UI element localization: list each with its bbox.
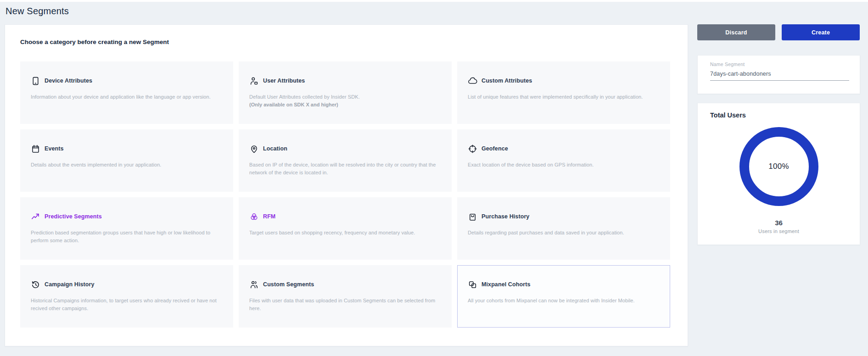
trend-arrow-icon	[31, 212, 40, 222]
users-icon	[249, 280, 259, 289]
page-title: New Segments	[6, 6, 69, 17]
total-users-card: Total Users 100% 36 Users in segment	[697, 103, 860, 245]
location-pin-icon	[249, 144, 259, 154]
category-card-description: Details about the events implemented in …	[31, 161, 222, 169]
category-panel: Choose a category before creating a new …	[5, 24, 688, 346]
category-card-title: Events	[45, 145, 64, 152]
category-card-title: Purchase History	[482, 213, 529, 220]
device-icon	[31, 76, 40, 86]
create-button[interactable]: Create	[782, 24, 860, 40]
top-strip	[0, 0, 868, 2]
category-card-title: Device Attributes	[45, 78, 92, 84]
total-users-title: Total Users	[710, 111, 746, 119]
geofence-target-icon	[468, 144, 477, 154]
category-card-description: Exact location of the device based on GP…	[468, 161, 659, 169]
category-card-rfm[interactable]: RFM Target users based on shopping recen…	[239, 197, 452, 260]
category-card-title: Campaign History	[45, 281, 95, 288]
category-card-predictive-segments[interactable]: Predictive Segments Prediction based seg…	[20, 197, 233, 260]
discard-button[interactable]: Discard	[697, 24, 775, 40]
category-card-title: Geofence	[482, 145, 508, 152]
category-card-description: Target users based on shopping recency, …	[249, 229, 440, 237]
category-card-description: Information about your device and applic…	[31, 93, 222, 101]
name-segment-input[interactable]	[710, 69, 849, 81]
category-card-title: Custom Attributes	[482, 78, 532, 84]
users-caption: Users in segment	[698, 228, 860, 234]
category-card-campaign-history[interactable]: Campaign History Historical Campaigns in…	[20, 265, 233, 328]
calendar-icon	[31, 144, 40, 154]
category-card-purchase-history[interactable]: Purchase History Details regarding past …	[457, 197, 670, 260]
category-card-description: Files with user data that was uploaded i…	[249, 297, 440, 312]
category-card-user-attributes[interactable]: User Attributes Default User Attributes …	[239, 61, 452, 124]
category-card-title: User Attributes	[263, 78, 305, 84]
name-segment-card: Name Segment	[697, 55, 860, 94]
panel-heading: Choose a category before creating a new …	[20, 39, 169, 45]
category-card-description: All your cohorts from Mixpanel can now b…	[468, 297, 659, 305]
category-card-geofence[interactable]: Geofence Exact location of the device ba…	[457, 129, 670, 192]
category-card-title: RFM	[263, 213, 275, 220]
category-card-custom-attributes[interactable]: Custom Attributes List of unique feature…	[457, 61, 670, 124]
category-card-events[interactable]: Events Details about the events implemen…	[20, 129, 233, 192]
category-card-title: Mixpanel Cohorts	[482, 281, 530, 288]
category-card-custom-segments[interactable]: Custom Segments Files with user data tha…	[239, 265, 452, 328]
category-card-title: Location	[263, 145, 287, 152]
category-card-description: Default User Attributes collected by Ins…	[249, 93, 440, 101]
category-card-title: Custom Segments	[263, 281, 314, 288]
category-card-mixpanel-cohorts[interactable]: Mixpanel Cohorts All your cohorts from M…	[457, 265, 670, 328]
donut-chart: 100%	[739, 127, 818, 206]
new-segments-screen: New Segments Choose a category before cr…	[0, 0, 868, 356]
category-grid: Device Attributes Information about your…	[20, 61, 670, 328]
history-clock-icon	[31, 280, 40, 289]
donut-percent-label: 100%	[768, 162, 789, 171]
name-segment-label: Name Segment	[710, 61, 745, 67]
category-card-description: Based on IP of the device, location will…	[249, 161, 440, 176]
category-card-title: Predictive Segments	[45, 213, 102, 220]
category-card-description: Details regarding past purchases and dat…	[468, 229, 659, 237]
category-card-description-bold: (Only available on SDK X and higher)	[249, 101, 440, 109]
users-count: 36	[698, 219, 860, 227]
shopping-bag-icon	[468, 212, 477, 222]
category-card-device-attributes[interactable]: Device Attributes Information about your…	[20, 61, 233, 124]
venn-diagram-icon	[249, 212, 259, 222]
category-card-description: List of unique features that were implem…	[468, 93, 659, 101]
linked-squares-icon	[468, 280, 477, 289]
cloud-icon	[468, 76, 477, 86]
user-badge-icon	[249, 76, 259, 86]
category-card-location[interactable]: Location Based on IP of the device, loca…	[239, 129, 452, 192]
category-card-description: Historical Campaigns information, to tar…	[31, 297, 222, 312]
category-card-description: Prediction based segmentation groups use…	[31, 229, 222, 244]
